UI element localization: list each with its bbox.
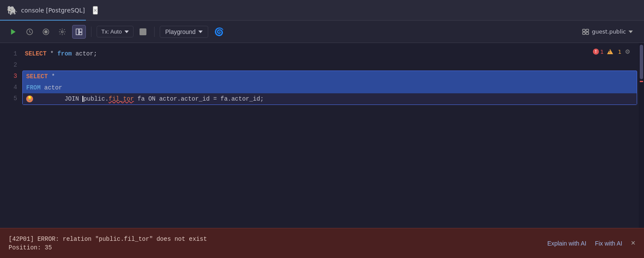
error-message: [42P01] ERROR: relation "public.fil_tor"… <box>9 236 547 251</box>
ai-assistant-button[interactable]: 🌀 <box>212 25 226 39</box>
close-error-button[interactable]: × <box>631 239 635 248</box>
keyword-select-3: SELECT <box>26 72 48 81</box>
gear-icon <box>58 28 66 36</box>
keyword-select-1: SELECT <box>25 49 46 58</box>
warning-count: 1 <box>607 49 621 55</box>
playground-chevron-icon <box>198 31 203 33</box>
code-line-2 <box>21 59 639 71</box>
error-badge: ! <box>593 49 599 55</box>
scrollbar-thumb <box>640 45 643 79</box>
history-icon <box>26 28 33 36</box>
code-line-3: SELECT * <box>23 71 637 82</box>
playground-label: Playground <box>165 28 196 35</box>
run-button[interactable] <box>7 25 20 38</box>
editor-settings-icon[interactable]: ⚙ <box>625 48 630 55</box>
title-bar-left: 🐘 console [PostgreSQL] × <box>7 5 98 15</box>
error-count: ! 1 <box>593 49 604 55</box>
keyword-from-4: FROM <box>26 83 41 92</box>
error-text-line1: [42P01] ERROR: relation "public.fil_tor"… <box>9 236 547 243</box>
svg-rect-11 <box>586 32 589 34</box>
line-number-5: 5 <box>0 93 17 104</box>
svg-rect-5 <box>76 29 79 35</box>
code-line-5: 💡 JOIN public. fil_tor fa ON actor.actor… <box>23 93 637 104</box>
explain-with-ai-button[interactable]: Explain with AI <box>547 240 586 247</box>
line-numbers: 1 2 ! 3 4 5 <box>0 43 21 228</box>
toolbar: Tx: Auto Playground 🌀 guest.public <box>0 21 644 43</box>
postgres-icon: 🐘 <box>7 5 18 15</box>
hint-icon-5: 💡 <box>26 95 33 102</box>
stop-icon <box>140 28 146 35</box>
record-icon <box>42 28 50 36</box>
tab-underline <box>0 20 86 21</box>
tx-label: Tx: Auto <box>101 28 122 35</box>
code-line-1: SELECT * from actor; <box>21 48 639 59</box>
error-text-line2: Position: 35 <box>9 244 547 251</box>
line-number-2: 2 <box>0 59 17 71</box>
editor-status-bar: ! 1 1 ⚙ <box>593 48 630 55</box>
ai-swirl-icon: 🌀 <box>214 27 224 37</box>
error-panel: [42P01] ERROR: relation "public.fil_tor"… <box>0 228 644 258</box>
schema-icon <box>582 29 589 35</box>
schema-selector[interactable]: guest.public <box>578 26 637 37</box>
run-icon <box>9 28 17 36</box>
svg-point-4 <box>61 31 64 33</box>
svg-rect-8 <box>583 29 585 31</box>
code-editor[interactable]: ! 1 1 ⚙ SELECT * from actor; SELECT * <box>21 43 639 228</box>
schema-chevron-icon <box>629 31 633 33</box>
selected-code-block: SELECT * FROM actor 💡 JOIN public. fil_t… <box>22 71 637 105</box>
svg-marker-0 <box>11 29 16 35</box>
line-number-4: 4 <box>0 82 17 93</box>
tx-chevron-icon <box>125 31 129 33</box>
error-token: fil_tor <box>109 94 134 104</box>
error-actions: Explain with AI Fix with AI × <box>547 239 635 248</box>
code-line-4: FROM actor <box>23 82 637 93</box>
svg-rect-10 <box>583 32 585 34</box>
record-button[interactable] <box>39 25 52 38</box>
editor-scrollbar[interactable] <box>639 43 644 228</box>
line-number-3: ! 3 <box>0 71 17 82</box>
schema-label: guest.public <box>592 28 626 35</box>
divider-2 <box>154 27 155 37</box>
svg-rect-9 <box>586 29 589 31</box>
layout-icon <box>75 28 83 36</box>
svg-rect-6 <box>79 29 82 32</box>
close-tab-button[interactable]: × <box>93 6 98 15</box>
scrollbar-error-mark <box>640 81 643 82</box>
playground-dropdown[interactable]: Playground <box>160 26 208 38</box>
warning-badge <box>607 49 613 54</box>
editor-container: 1 2 ! 3 4 5 ! 1 1 ⚙ SELECT * from a <box>0 43 644 228</box>
settings-button[interactable] <box>56 25 69 38</box>
divider-1 <box>91 27 91 37</box>
title-bar: 🐘 console [PostgreSQL] × <box>0 0 644 21</box>
svg-rect-7 <box>79 32 82 34</box>
history-button[interactable] <box>23 25 36 38</box>
stop-button[interactable] <box>137 26 149 38</box>
layout-button[interactable] <box>72 25 86 39</box>
tx-dropdown[interactable]: Tx: Auto <box>97 26 134 37</box>
window-title: console [PostgreSQL] <box>21 7 85 14</box>
fix-with-ai-button[interactable]: Fix with AI <box>595 240 623 247</box>
svg-point-3 <box>45 31 47 33</box>
line-number-1: 1 <box>0 48 17 59</box>
keyword-from-1: from <box>58 49 72 58</box>
